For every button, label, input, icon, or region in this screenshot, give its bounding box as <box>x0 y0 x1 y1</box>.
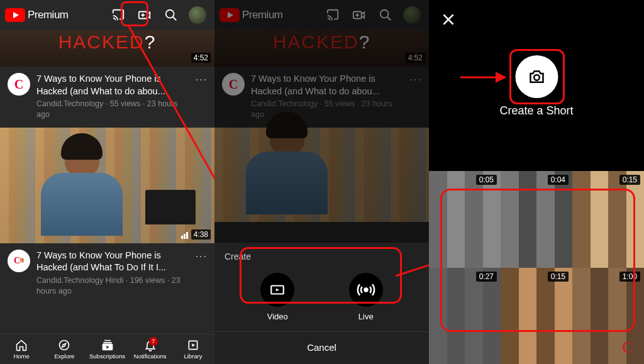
gallery-item[interactable]: 0:15 <box>501 268 572 365</box>
notification-badge: 7 <box>149 337 158 346</box>
screenshot-2: Premium HACKED? 4:52 C 7 Ways to Know Yo… <box>214 0 429 364</box>
bottom-nav: Home Explore Subscriptions 7 Notificatio… <box>0 334 214 364</box>
clip-duration: 0:27 <box>476 272 497 282</box>
nav-explore[interactable]: Explore <box>43 334 86 364</box>
gallery-item[interactable]: 0:15 <box>572 171 644 268</box>
avatar[interactable] <box>186 3 209 27</box>
video-meta: Candid.Technology · 55 views · 23 hours … <box>36 99 188 120</box>
create-short-button[interactable]: Create a Short <box>499 55 573 118</box>
gallery-item[interactable]: 0:27 <box>429 268 501 365</box>
video-title: 7 Ways to Know Your Phone is Hacked (and… <box>36 73 188 97</box>
clip-duration: 1:00 <box>619 272 640 282</box>
app-header: Premium <box>0 0 214 30</box>
thumbnail-text: HACKED <box>58 31 145 52</box>
svg-point-1 <box>166 10 174 18</box>
watermark-logo: C <box>616 336 639 359</box>
create-video-button[interactable]: Video <box>260 273 294 321</box>
clip-duration: 0:15 <box>619 175 640 185</box>
youtube-icon <box>5 8 25 22</box>
video-row-1[interactable]: C 7 Ways to Know Your Phone is Hacked (a… <box>0 67 214 128</box>
screenshot-3: Create a Short 0:05 0:04 0:15 0:27 0:15 … <box>429 0 644 364</box>
video-icon <box>260 273 294 307</box>
create-icon[interactable] <box>133 3 157 27</box>
create-sheet: Create Video Live Cancel <box>214 243 429 364</box>
signal-icon <box>181 232 188 239</box>
duration-badge: 4:52 <box>191 53 211 63</box>
live-icon <box>349 273 383 307</box>
clip-duration: 0:04 <box>548 175 569 185</box>
cancel-button[interactable]: Cancel <box>214 331 429 364</box>
clip-duration: 0:05 <box>476 175 497 185</box>
video-thumbnail-2[interactable]: 4:38 <box>0 128 214 243</box>
video-thumbnail-1[interactable]: HACKED? 4:52 <box>0 30 214 67</box>
channel-avatar[interactable]: C <box>8 73 30 96</box>
video-row-2[interactable]: Cहि 7 Ways to Know Your Phone is Hacked … <box>0 243 214 304</box>
gallery-item[interactable]: 0:04 <box>501 171 572 268</box>
video-meta: Candid.Technology Hindi · 196 views · 23… <box>36 275 188 297</box>
svg-point-9 <box>364 289 367 292</box>
screenshot-1: Premium HACKED? 4:52 C 7 Ways to Know Yo… <box>0 0 214 364</box>
channel-avatar[interactable]: Cहि <box>8 250 30 272</box>
clip-duration: 0:15 <box>548 272 569 282</box>
camera-icon <box>515 55 558 98</box>
search-icon[interactable] <box>159 3 183 27</box>
close-icon[interactable] <box>440 11 457 28</box>
youtube-premium-logo: Premium <box>5 8 69 22</box>
gallery-item[interactable]: 0:05 <box>429 171 501 268</box>
sheet-title: Create <box>214 243 429 267</box>
gallery-grid: 0:05 0:04 0:15 0:27 0:15 1:00 <box>429 171 644 364</box>
nav-notifications[interactable]: 7 Notifications <box>129 334 172 364</box>
create-live-button[interactable]: Live <box>349 273 383 321</box>
nav-home[interactable]: Home <box>0 334 43 364</box>
nav-subscriptions[interactable]: Subscriptions <box>86 334 128 364</box>
more-icon[interactable]: ⋮ <box>194 73 208 120</box>
create-short-label: Create a Short <box>499 104 573 118</box>
duration-badge: 4:38 <box>191 229 211 240</box>
svg-point-2 <box>60 341 69 350</box>
premium-label: Premium <box>28 9 69 21</box>
svg-point-11 <box>534 75 540 80</box>
nav-library[interactable]: Library <box>172 334 214 364</box>
cast-icon[interactable] <box>106 3 130 27</box>
more-icon[interactable]: ⋮ <box>194 250 208 297</box>
video-title: 7 Ways to Know Your Phone is Hacked (and… <box>36 250 188 274</box>
